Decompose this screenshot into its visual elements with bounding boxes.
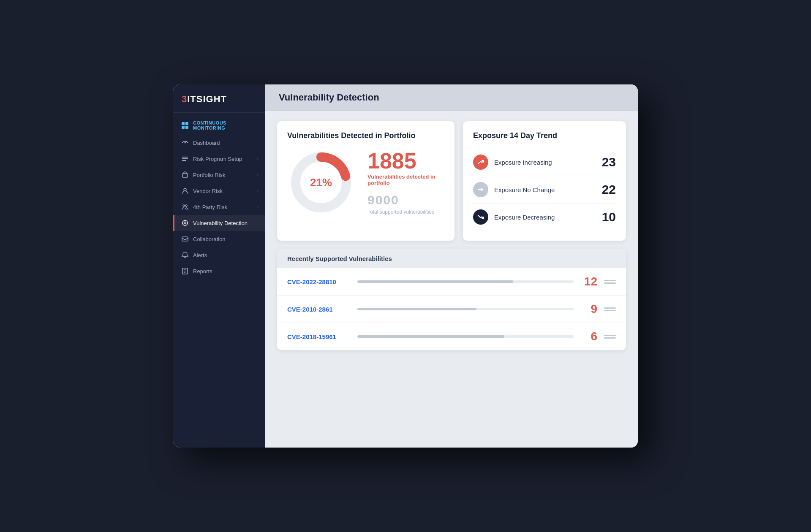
vuln-line <box>604 307 616 309</box>
sidebar-item-dashboard[interactable]: Dashboard <box>173 135 265 151</box>
vuln-line <box>604 280 616 281</box>
portfolio-stats: 1885 Vulnerabilities detected in portfol… <box>367 150 444 215</box>
vuln-lines-icon-1 <box>604 280 616 284</box>
sidebar-item-label: Vulnerability Detection <box>193 220 248 226</box>
sidebar-item-collaboration[interactable]: Collaboration <box>173 231 265 247</box>
portfolio-card-title: Vulnerabilities Detected in Portfolio <box>287 131 444 140</box>
page-header: Vulnerability Detection <box>265 84 638 111</box>
sidebar-item-portfolio-risk[interactable]: Portfolio Risk › <box>173 167 265 183</box>
chevron-right-icon: › <box>257 173 259 177</box>
exposure-nochange-label: Exposure No Change <box>494 186 596 193</box>
vuln-count-3: 6 <box>580 330 597 343</box>
vuln-cve-1: CVE-2022-28810 <box>287 278 351 285</box>
vendor-icon <box>181 187 189 195</box>
total-vulnerabilities-label: Total supported vulnerabilities <box>367 209 444 215</box>
vulnerabilities-detected-label: Vulnerabilities detected in portfolio <box>367 174 444 186</box>
vuln-table-header: Recently Supported Vulnerabilities <box>277 249 626 268</box>
vuln-bar-fill-2 <box>357 308 476 310</box>
vuln-line <box>604 337 616 339</box>
exposure-increasing-count: 23 <box>602 155 616 169</box>
browser-window: 3ITSIGHT Continuous Monitoring <box>173 84 638 448</box>
exposure-increasing-icon <box>473 155 488 170</box>
exposure-decreasing-icon <box>473 209 488 225</box>
vuln-row: CVE-2022-28810 12 <box>277 268 626 296</box>
exposure-card: Exposure 14 Day Trend Exposure Increasin… <box>463 121 626 241</box>
vuln-bar-fill-1 <box>357 280 513 283</box>
exposure-card-title: Exposure 14 Day Trend <box>473 131 616 140</box>
exposure-item-decreasing: Exposure Decreasing 10 <box>473 204 616 231</box>
sidebar-navigation: Continuous Monitoring Dashboard <box>173 113 265 448</box>
vuln-bar-2 <box>357 308 574 310</box>
main-content: Vulnerability Detection Vulnerabilities … <box>265 84 638 448</box>
portfolio-card: Vulnerabilities Detected in Portfolio <box>277 121 454 241</box>
vuln-bar-3 <box>357 335 574 338</box>
sidebar-item-alerts[interactable]: Alerts <box>173 247 265 263</box>
risk-icon <box>181 155 189 163</box>
sidebar-item-risk-program-setup[interactable]: Risk Program Setup › <box>173 151 265 167</box>
reports-icon <box>181 267 189 275</box>
svg-rect-6 <box>182 157 188 157</box>
sidebar-item-vulnerability-detection[interactable]: Vulnerability Detection <box>173 215 265 231</box>
grid-icon <box>181 122 189 129</box>
svg-point-11 <box>183 205 185 206</box>
vuln-bar-fill-3 <box>357 335 504 338</box>
sidebar: 3ITSIGHT Continuous Monitoring <box>173 84 265 448</box>
chevron-right-icon: › <box>257 157 259 161</box>
sidebar-item-label: 4th Party Risk <box>193 204 227 210</box>
svg-rect-0 <box>182 122 185 125</box>
vuln-icon <box>181 219 189 227</box>
vuln-bar-1 <box>357 280 574 283</box>
svg-point-5 <box>185 142 186 144</box>
vuln-table-card: Recently Supported Vulnerabilities CVE-2… <box>277 249 626 350</box>
exposure-item-increasing: Exposure Increasing 23 <box>473 149 616 176</box>
sidebar-item-label: Collaboration <box>193 236 226 242</box>
vuln-lines-icon-3 <box>604 335 616 339</box>
sidebar-item-reports[interactable]: Reports <box>173 263 265 279</box>
svg-rect-7 <box>182 158 188 159</box>
exposure-decreasing-label: Exposure Decreasing <box>494 214 596 221</box>
donut-chart: 21% <box>287 149 355 216</box>
svg-rect-9 <box>182 174 188 177</box>
sidebar-item-label: Continuous Monitoring <box>193 120 259 130</box>
exposure-nochange-icon <box>473 182 488 197</box>
alerts-icon <box>181 251 189 259</box>
svg-rect-2 <box>182 126 185 129</box>
sidebar-item-label: Risk Program Setup <box>193 156 242 162</box>
total-vulnerabilities-count: 9000 <box>367 193 444 207</box>
sidebar-item-label: Alerts <box>193 252 207 258</box>
vuln-line <box>604 310 616 311</box>
content-area: Vulnerabilities Detected in Portfolio <box>265 111 638 448</box>
vuln-row: CVE-2010-2861 9 <box>277 296 626 323</box>
sidebar-item-vendor-risk[interactable]: Vendor Risk › <box>173 183 265 199</box>
portfolio-icon <box>181 171 189 179</box>
svg-point-14 <box>184 222 186 224</box>
sidebar-item-label: Vendor Risk <box>193 188 223 194</box>
svg-point-10 <box>184 188 186 191</box>
vuln-count-2: 9 <box>580 302 597 316</box>
sidebar-item-continuous-monitoring[interactable]: Continuous Monitoring <box>173 116 265 135</box>
svg-point-12 <box>185 205 187 206</box>
exposure-item-nochange: Exposure No Change 22 <box>473 176 616 204</box>
sidebar-item-label: Dashboard <box>193 140 220 146</box>
vulnerabilities-count: 1885 <box>367 150 444 172</box>
svg-point-13 <box>182 220 188 225</box>
vuln-line <box>604 335 616 336</box>
vuln-cve-3: CVE-2018-15961 <box>287 333 351 340</box>
collab-icon <box>181 235 189 243</box>
vuln-lines-icon-2 <box>604 307 616 311</box>
vuln-row: CVE-2018-15961 6 <box>277 323 626 350</box>
sidebar-item-4th-party-risk[interactable]: 4th Party Risk › <box>173 199 265 215</box>
brand-logo: 3ITSIGHT <box>173 84 265 113</box>
party-icon <box>181 203 189 211</box>
top-cards-row: Vulnerabilities Detected in Portfolio <box>277 121 626 241</box>
exposure-decreasing-count: 10 <box>602 210 616 224</box>
exposure-increasing-label: Exposure Increasing <box>494 159 596 166</box>
svg-rect-3 <box>185 126 188 129</box>
sidebar-item-label: Portfolio Risk <box>193 172 226 178</box>
portfolio-inner: 21% 1885 Vulnerabilities detected in por… <box>287 149 444 216</box>
vuln-cve-2: CVE-2010-2861 <box>287 306 351 313</box>
svg-rect-1 <box>185 122 188 125</box>
vuln-line <box>604 282 616 284</box>
chevron-right-icon: › <box>257 189 259 193</box>
chevron-right-icon: › <box>257 205 259 209</box>
